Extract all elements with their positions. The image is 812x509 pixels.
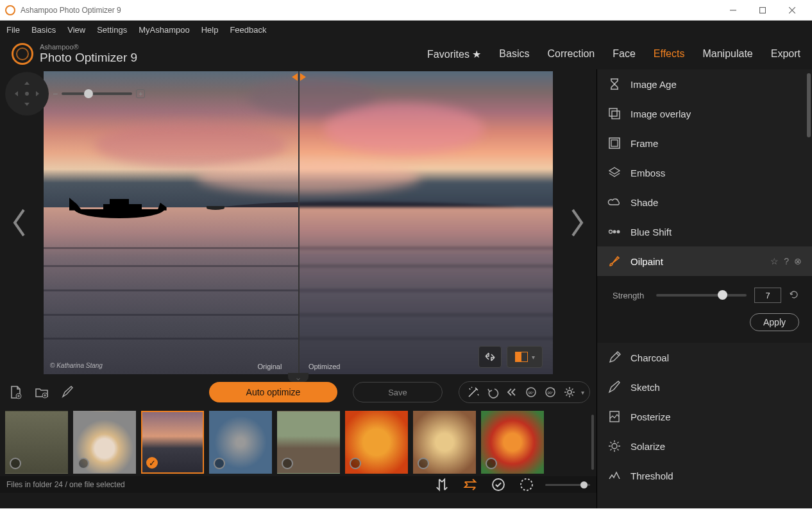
undo-all-button[interactable]: [503, 383, 521, 402]
menu-settings[interactable]: Settings: [97, 25, 127, 35]
brand-logo-icon: [12, 43, 33, 65]
effect-blue-shift[interactable]: Blue Shift: [597, 217, 812, 246]
reset-effect-icon[interactable]: ⊗: [794, 256, 802, 266]
menu-view[interactable]: View: [67, 25, 85, 35]
menubar: File Basics View Settings MyAshampoo Hel…: [0, 21, 812, 39]
prev-image-button[interactable]: [0, 207, 38, 239]
favorite-star-icon[interactable]: ☆: [770, 256, 779, 266]
tab-effects[interactable]: Effects: [654, 48, 685, 60]
zoom-track[interactable]: [62, 92, 132, 95]
optimized-overlay: [298, 71, 553, 374]
window-close-button[interactable]: [777, 0, 807, 21]
zoom-slider[interactable]: − +: [53, 89, 145, 99]
tab-correction[interactable]: Correction: [547, 48, 595, 60]
tab-export[interactable]: Export: [771, 48, 800, 60]
window-title: Ashampoo Photo Optimizer 9: [21, 6, 718, 15]
save-button[interactable]: Save: [353, 382, 443, 402]
thumbnail-size-slider[interactable]: [545, 484, 590, 486]
app-header: Ashampoo® Photo Optimizer 9 Favorites ★ …: [0, 39, 812, 69]
brush-tool-button[interactable]: [58, 383, 77, 402]
svg-rect-0: [760, 7, 766, 13]
thumbnail[interactable]: ✓: [141, 411, 204, 474]
collapse-compare-button[interactable]: [478, 346, 502, 368]
menu-help[interactable]: Help: [201, 25, 219, 35]
add-folder-button[interactable]: [32, 383, 51, 402]
image-viewport[interactable]: © Katharina Stang Original Optimized: [44, 71, 553, 374]
tool-dropdown-icon[interactable]: ▾: [581, 389, 584, 396]
status-bar: Files in folder 24 / one file selected: [0, 476, 596, 493]
strength-input[interactable]: [754, 288, 781, 303]
thumbnail[interactable]: [481, 411, 544, 474]
status-text: Files in folder 24 / one file selected: [6, 480, 125, 489]
svg-rect-12: [612, 111, 620, 119]
poster-icon: [607, 410, 622, 424]
menu-myashampoo[interactable]: MyAshampoo: [139, 25, 189, 35]
image-credit: © Katharina Stang: [50, 362, 103, 369]
effect-image-age[interactable]: Image Age: [597, 69, 812, 99]
effect-emboss[interactable]: Emboss: [597, 158, 812, 187]
frame-icon: [607, 136, 622, 150]
tab-manipulate[interactable]: Manipulate: [702, 48, 752, 60]
undo-button[interactable]: [484, 383, 502, 402]
brush-icon: [607, 254, 622, 268]
rotate-left-button[interactable]: 90°: [522, 383, 540, 402]
overlay-icon: [607, 107, 622, 121]
effect-image-overlay[interactable]: Image overlay: [597, 99, 812, 128]
sort-vertical-button[interactable]: [432, 475, 452, 494]
compare-divider[interactable]: [298, 71, 300, 374]
next-image-button[interactable]: [558, 207, 596, 239]
pencil-icon: [607, 350, 622, 365]
effect-posterize[interactable]: Posterize: [597, 402, 812, 431]
window-minimize-button[interactable]: [718, 0, 748, 21]
pan-control[interactable]: [5, 72, 49, 116]
panel-scrollbar[interactable]: [807, 73, 811, 137]
effect-frame[interactable]: Frame: [597, 128, 812, 158]
magic-wand-button[interactable]: [464, 383, 482, 402]
thumbnail[interactable]: [277, 411, 340, 474]
svg-text:90°: 90°: [528, 391, 534, 395]
menu-file[interactable]: File: [6, 25, 20, 35]
settings-gear-button[interactable]: [561, 383, 579, 402]
compare-mode-button[interactable]: [507, 346, 543, 368]
thumbnail[interactable]: [209, 411, 272, 474]
thumbnail[interactable]: [73, 411, 136, 474]
effect-threshold[interactable]: Threshold: [597, 461, 812, 490]
dots-icon: [607, 225, 622, 239]
apply-button[interactable]: Apply: [750, 313, 799, 331]
menu-basics[interactable]: Basics: [31, 25, 56, 35]
help-icon[interactable]: ?: [784, 256, 789, 266]
effect-charcoal[interactable]: Charcoal: [597, 343, 812, 372]
auto-optimize-button[interactable]: Auto optimize: [209, 382, 337, 402]
thumb-scrollbar[interactable]: [591, 415, 594, 470]
effect-solarize[interactable]: Solarize: [597, 431, 812, 461]
effect-oilpaint[interactable]: Oilpaint ☆ ? ⊗: [597, 246, 812, 276]
zoom-in-icon[interactable]: +: [136, 89, 145, 98]
effect-shade[interactable]: Shade: [597, 187, 812, 217]
collapse-panel-button[interactable]: ⌵: [288, 373, 309, 382]
canvas-area: − +: [0, 69, 596, 376]
thumbnail-strip: ✓: [0, 408, 596, 476]
tab-basics[interactable]: Basics: [499, 48, 529, 60]
tab-favorites[interactable]: Favorites ★: [427, 48, 481, 60]
select-all-button[interactable]: [489, 475, 508, 494]
selected-check-icon: ✓: [146, 457, 158, 469]
effect-sketch[interactable]: Sketch: [597, 372, 812, 402]
optimized-label: Optimized: [309, 363, 341, 370]
menu-feedback[interactable]: Feedback: [230, 25, 266, 35]
svg-point-10: [521, 479, 532, 490]
sort-horizontal-button[interactable]: [461, 475, 480, 494]
add-file-button[interactable]: [6, 383, 26, 402]
window-maximize-button[interactable]: [748, 0, 777, 21]
strength-label: Strength: [613, 291, 648, 300]
strength-reset-button[interactable]: [789, 289, 799, 302]
thumbnail[interactable]: [345, 411, 408, 474]
emboss-icon: [607, 166, 622, 180]
strength-slider[interactable]: [656, 294, 747, 297]
thumbnail[interactable]: [413, 411, 476, 474]
thumbnail[interactable]: [5, 411, 68, 474]
zoom-out-icon[interactable]: −: [53, 89, 58, 99]
tab-face[interactable]: Face: [613, 48, 636, 60]
svg-point-8: [568, 390, 571, 394]
deselect-all-button[interactable]: [517, 475, 536, 494]
rotate-right-button[interactable]: 90°: [541, 383, 559, 402]
